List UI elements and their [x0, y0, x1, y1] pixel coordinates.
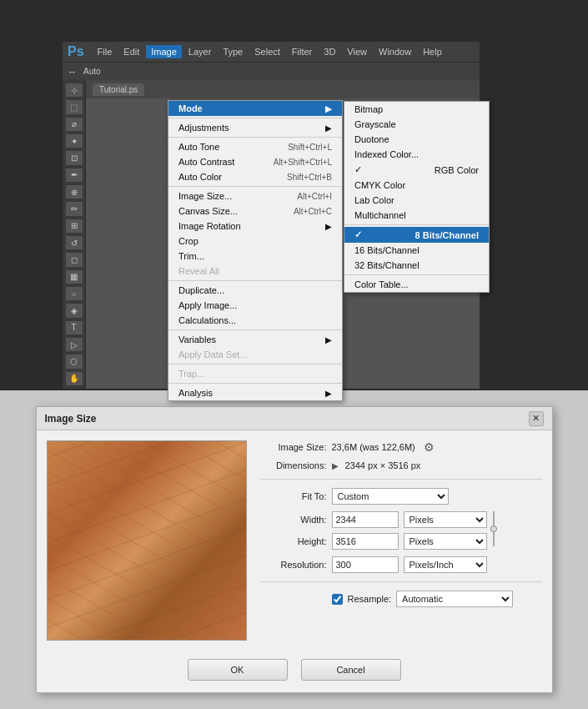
- mode-indexed-color[interactable]: Indexed Color...: [344, 147, 489, 162]
- tool-crop[interactable]: ⊡: [66, 151, 83, 164]
- fit-to-select[interactable]: Custom: [332, 488, 449, 505]
- tool-shape[interactable]: ⬡: [66, 354, 83, 368]
- tool-gradient[interactable]: ▦: [66, 270, 83, 284]
- menu-image-rotation[interactable]: Image Rotation ▶: [168, 219, 342, 234]
- menu-canvas-size[interactable]: Canvas Size... Alt+Ctrl+C: [168, 204, 342, 219]
- dialog-body: Image Size: 23,6M (was 122,6M) ⚙ Dimensi…: [37, 430, 552, 651]
- gear-icon[interactable]: ⚙: [424, 440, 435, 454]
- menu-auto-contrast[interactable]: Auto Contrast Alt+Shift+Ctrl+L: [168, 154, 342, 169]
- menu-3d[interactable]: 3D: [319, 45, 340, 58]
- resample-row: Resample: Automatic: [332, 591, 542, 607]
- menu-duplicate[interactable]: Duplicate...: [168, 283, 342, 298]
- ps-document-tab[interactable]: Tutorial.ps: [93, 83, 144, 96]
- sep1: [168, 118, 342, 118]
- tool-eyedropper[interactable]: ✒: [66, 168, 83, 182]
- resample-select[interactable]: Automatic: [396, 591, 513, 607]
- tool-move[interactable]: ⊹: [66, 83, 83, 97]
- dimensions-value: 2344 px × 3516 px: [345, 460, 421, 470]
- mode-submenu: Bitmap Grayscale Duotone Indexed Color..…: [344, 101, 490, 293]
- sep7: [168, 383, 342, 384]
- bits8-checkmark-icon: ✓: [354, 229, 362, 240]
- menu-image-size[interactable]: Image Size... Alt+Ctrl+I: [168, 189, 342, 204]
- menu-view[interactable]: View: [342, 45, 372, 58]
- width-input[interactable]: [332, 511, 399, 528]
- sep4: [168, 280, 342, 281]
- tool-pen[interactable]: ◈: [66, 304, 83, 317]
- ps-toolbar-row: ↔ Auto: [63, 62, 480, 80]
- tool-hand[interactable]: ✋: [66, 372, 83, 385]
- menu-apply-data-set: Apply Data Set...: [168, 347, 342, 362]
- resample-checkbox[interactable]: [332, 594, 343, 605]
- tool-brush[interactable]: ✏: [66, 202, 83, 215]
- field-sep2: [260, 581, 542, 582]
- rotation-arrow-icon: ▶: [325, 222, 332, 231]
- cancel-button[interactable]: Cancel: [301, 659, 401, 681]
- dialog-title: Image Size: [45, 413, 97, 425]
- menu-filter[interactable]: Filter: [287, 45, 317, 58]
- mode-duotone[interactable]: Duotone: [344, 132, 489, 147]
- menu-auto-tone[interactable]: Auto Tone Shift+Ctrl+L: [168, 139, 342, 154]
- menu-help[interactable]: Help: [418, 45, 447, 58]
- image-size-value: 23,6M (was 122,6M): [332, 442, 415, 452]
- dialog-close-button[interactable]: ✕: [529, 411, 544, 426]
- sep2: [168, 137, 342, 138]
- sep6: [168, 364, 342, 365]
- menu-apply-image[interactable]: Apply Image...: [168, 298, 342, 313]
- resolution-unit-select[interactable]: Pixels/Inch: [404, 556, 487, 573]
- mode-rgb[interactable]: ✓ RGB Color: [344, 162, 489, 178]
- menu-edit[interactable]: Edit: [118, 45, 144, 58]
- mode-32bits[interactable]: 32 Bits/Channel: [344, 258, 489, 273]
- menu-file[interactable]: File: [93, 45, 118, 58]
- tool-dodge[interactable]: ○: [66, 287, 83, 300]
- tool-path-select[interactable]: ▷: [66, 338, 83, 351]
- menu-mode[interactable]: Mode ▶: [168, 101, 342, 116]
- tool-quick-select[interactable]: ✦: [66, 134, 83, 148]
- mode-16bits[interactable]: 16 Bits/Channel: [344, 243, 489, 258]
- tool-text[interactable]: T: [66, 321, 83, 334]
- tool-stamp[interactable]: ⊞: [66, 219, 83, 233]
- menu-layer[interactable]: Layer: [183, 45, 217, 58]
- menu-calculations[interactable]: Calculations...: [168, 313, 342, 328]
- tool-heal[interactable]: ⊕: [66, 185, 83, 199]
- dimensions-label: Dimensions:: [260, 460, 327, 470]
- tool-lasso[interactable]: ⌀: [66, 118, 83, 131]
- tool-eraser[interactable]: ◻: [66, 253, 83, 266]
- menu-variables[interactable]: Variables ▶: [168, 332, 342, 347]
- menu-trim[interactable]: Trim...: [168, 249, 342, 264]
- mode-8bits[interactable]: ✓ 8 Bits/Channel: [344, 227, 489, 243]
- adj-arrow-icon: ▶: [325, 123, 332, 133]
- mode-multichannel[interactable]: Multichannel: [344, 208, 489, 223]
- menu-window[interactable]: Window: [374, 45, 416, 58]
- tool-history[interactable]: ↺: [66, 236, 83, 249]
- menu-crop[interactable]: Crop: [168, 234, 342, 249]
- resolution-input[interactable]: [332, 556, 399, 573]
- width-unit-select[interactable]: Pixels: [404, 511, 487, 528]
- height-row: Height: Pixels: [260, 533, 487, 550]
- ps-tab-bar: Tutorial.ps: [86, 80, 480, 98]
- image-size-row: Image Size: 23,6M (was 122,6M) ⚙: [260, 440, 542, 454]
- menu-select[interactable]: Select: [249, 45, 285, 58]
- mode-lab[interactable]: Lab Color: [344, 193, 489, 208]
- link-dot: [490, 525, 497, 532]
- tool-select[interactable]: ⬚: [66, 100, 83, 113]
- dialog-preview-image: [47, 440, 247, 641]
- menu-type[interactable]: Type: [218, 45, 248, 58]
- variables-arrow-icon: ▶: [325, 335, 332, 344]
- menu-reveal-all: Reveal All: [168, 264, 342, 279]
- menu-analysis[interactable]: Analysis ▶: [168, 385, 342, 400]
- mode-color-table[interactable]: Color Table...: [344, 277, 489, 292]
- ok-button[interactable]: OK: [188, 659, 288, 681]
- mode-cmyk[interactable]: CMYK Color: [344, 178, 489, 193]
- menu-adjustments[interactable]: Adjustments ▶: [168, 120, 342, 135]
- menu-image[interactable]: Image: [146, 45, 182, 58]
- sep3: [168, 186, 342, 187]
- dialog-section: Image Size ✕ Image Size: 23,6M (was 122,…: [0, 390, 588, 709]
- ps-window: Ps File Edit Image Layer Type Select Fil…: [63, 42, 480, 389]
- menu-auto-color[interactable]: Auto Color Shift+Ctrl+B: [168, 169, 342, 184]
- mode-grayscale[interactable]: Grayscale: [344, 117, 489, 132]
- mode-bitmap[interactable]: Bitmap: [344, 102, 489, 117]
- height-input[interactable]: [332, 533, 399, 550]
- height-label: Height:: [260, 536, 327, 546]
- height-unit-select[interactable]: Pixels: [404, 533, 487, 550]
- dialog-footer: OK Cancel: [37, 651, 552, 692]
